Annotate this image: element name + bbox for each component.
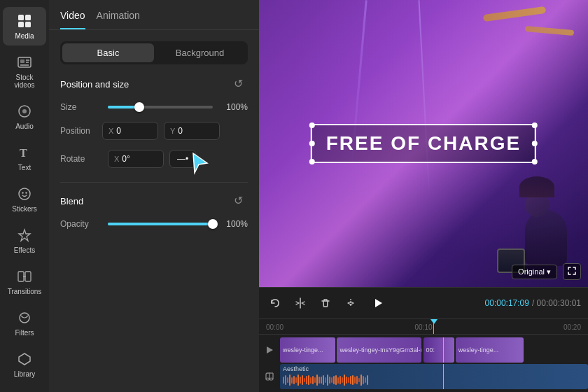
blend-section: Blend ↺ <box>60 194 248 208</box>
video-preview[interactable]: FREE OF CHARGE Original ▾ <box>259 0 588 287</box>
opacity-slider-thumb[interactable] <box>208 219 218 229</box>
sidebar-item-library[interactable]: Library <box>3 345 46 384</box>
waveform-bar <box>358 378 360 383</box>
video-thumbnail: FREE OF CHARGE <box>259 0 588 287</box>
waveform-bar <box>325 377 326 383</box>
sidebar-library-label: Library <box>14 370 36 378</box>
position-x-input[interactable]: X 0 <box>102 122 158 140</box>
svg-point-14 <box>25 192 27 193</box>
waveform-bar <box>321 377 322 384</box>
size-slider-thumb[interactable] <box>134 102 144 112</box>
ruler-mark-2: 00:20 <box>564 323 581 331</box>
position-y-value: 0 <box>178 126 183 136</box>
timeline-time: 00:00:17:09 / 00:00:30:01 <box>485 298 581 308</box>
timeline-toolbar: 00:00:17:09 / 00:00:30:01 <box>259 288 588 319</box>
rotate-flip-btn[interactable]: —• <box>169 150 196 168</box>
tab-animation[interactable]: Animation <box>97 10 140 29</box>
waveform-bar <box>304 378 305 382</box>
size-slider[interactable] <box>108 106 213 108</box>
waveform-bar <box>293 376 295 385</box>
audio-label: Aesthetic <box>283 365 309 372</box>
svg-marker-19 <box>19 354 30 365</box>
waveform-bar <box>306 376 307 384</box>
sidebar-item-stock[interactable]: Stock videos <box>3 48 46 94</box>
fullscreen-button[interactable] <box>563 263 581 280</box>
svg-rect-3 <box>25 22 31 27</box>
video-clip-3[interactable]: 00: <box>424 337 454 363</box>
delete-button[interactable] <box>316 294 335 312</box>
position-control: Position X 0 Y 0 <box>60 122 248 140</box>
timeline-ruler: 00:00 00:10 00:20 <box>259 319 588 335</box>
audio-clip[interactable]: Aesthetic <box>280 364 588 389</box>
video-track-icon <box>259 344 280 356</box>
sub-tabs: Basic Background <box>60 41 248 64</box>
sub-tab-basic[interactable]: Basic <box>62 43 154 62</box>
svg-marker-22 <box>375 299 382 307</box>
sidebar-item-transitions[interactable]: Transitions <box>3 262 46 301</box>
track-playhead <box>443 337 444 363</box>
waveform-bar <box>314 377 316 382</box>
waveform-bar <box>302 375 303 385</box>
sidebar-text-label: Text <box>18 164 31 172</box>
waveform-bar <box>356 376 358 384</box>
sidebar-item-text[interactable]: T Text <box>3 139 46 177</box>
waveform-bar <box>331 377 332 382</box>
svg-point-10 <box>22 109 27 113</box>
rotate-x-value: 0° <box>122 154 130 164</box>
waveform-bar <box>344 374 345 386</box>
position-x-label: X <box>108 127 113 135</box>
video-track-clips: wesley-tinge... wesley-tingey-InsY9gGm3a… <box>280 337 588 363</box>
rotate-control: Rotate X 0° —• <box>60 150 248 168</box>
waveform-bar <box>340 376 341 384</box>
undo-button[interactable] <box>266 294 284 312</box>
video-clip-4[interactable]: wesley-tinge... <box>456 337 524 363</box>
mirror-button[interactable] <box>342 294 360 312</box>
waveform-bar <box>346 377 347 384</box>
sidebar-item-stickers[interactable]: Stickers <box>3 180 46 218</box>
audio-icon <box>16 103 33 120</box>
position-inputs: X 0 Y 0 <box>102 122 248 140</box>
svg-rect-2 <box>18 22 24 27</box>
clip-1-label: wesley-tinge... <box>280 346 326 354</box>
sidebar-item-media[interactable]: Media <box>3 7 46 46</box>
light-beam-2 <box>418 0 430 201</box>
position-y-input[interactable]: Y 0 <box>164 122 220 140</box>
waveform-bar <box>310 377 312 384</box>
waveform-bar <box>333 376 335 385</box>
tab-video[interactable]: Video <box>60 10 85 29</box>
video-clip-2[interactable]: wesley-tingey-InsY9gGm3al-unsplash.jpg <box>337 337 421 363</box>
ruler-playhead <box>433 319 434 334</box>
sidebar-item-audio[interactable]: Audio <box>3 97 46 136</box>
handle-bottom-left[interactable] <box>309 159 315 164</box>
handle-middle-left[interactable] <box>309 141 315 146</box>
waveform-bar <box>337 377 339 384</box>
blend-reset[interactable]: ↺ <box>234 194 248 208</box>
sidebar: Media Stock videos Audio T <box>0 0 49 392</box>
play-button[interactable] <box>367 292 389 314</box>
opacity-slider[interactable] <box>108 223 213 225</box>
panel: Video Animation Basic Background Positio… <box>49 0 259 392</box>
ruler-mark-1: 00:10 <box>414 323 432 331</box>
sidebar-media-label: Media <box>15 32 34 40</box>
handle-middle-right[interactable] <box>532 141 538 146</box>
text-overlay[interactable]: FREE OF CHARGE <box>311 124 536 163</box>
sub-tab-background[interactable]: Background <box>154 43 246 62</box>
position-size-reset[interactable]: ↺ <box>234 77 248 91</box>
sidebar-item-filters[interactable]: Filters <box>3 304 46 342</box>
stock-icon <box>16 54 33 71</box>
video-clip-1[interactable]: wesley-tinge... <box>280 337 335 363</box>
handle-top-left[interactable] <box>309 122 315 128</box>
timeline-tracks: wesley-tinge... wesley-tingey-InsY9gGm3a… <box>259 335 588 392</box>
waveform-bar <box>316 374 318 386</box>
split-button[interactable] <box>291 294 309 312</box>
svg-point-24 <box>266 378 270 380</box>
transitions-icon <box>16 268 33 285</box>
waveform-bar <box>318 377 320 384</box>
effects-icon <box>16 227 33 244</box>
quality-button[interactable]: Original ▾ <box>512 265 557 279</box>
waveform-bar <box>291 377 293 384</box>
waveform-bar <box>327 374 328 385</box>
rotate-x-input[interactable]: X 0° <box>108 150 164 168</box>
svg-rect-15 <box>18 272 24 281</box>
sidebar-item-effects[interactable]: Effects <box>3 221 46 260</box>
